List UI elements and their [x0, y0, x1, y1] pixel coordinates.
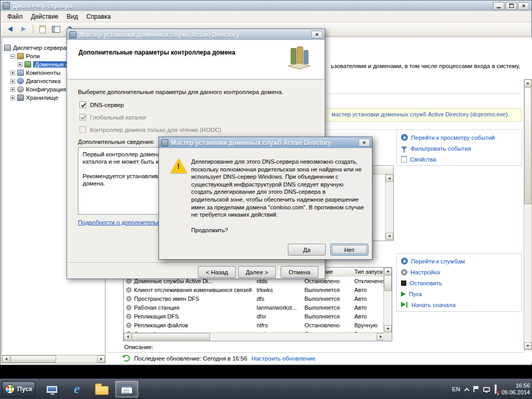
close-icon: ×: [363, 140, 366, 145]
titlebar[interactable]: Диспетчер сервера ×: [1, 1, 531, 11]
scroll-down-button[interactable]: [524, 342, 531, 350]
cancel-button[interactable]: Отмена: [281, 266, 318, 278]
scrollbar-thumb[interactable]: [384, 275, 392, 291]
show-hidden-icons-chevron[interactable]: [464, 388, 469, 393]
action-center-icon[interactable]: [473, 386, 478, 392]
close-icon: ×: [522, 3, 525, 9]
button-separator: [67, 262, 325, 263]
configure-refresh-link[interactable]: Настроить обновление: [251, 355, 315, 362]
service-startup-cell: Авто: [352, 296, 383, 302]
domain-services-icon: [24, 61, 31, 68]
network-icon[interactable]: [483, 387, 490, 392]
service-status-cell: Остановлено: [302, 322, 352, 328]
service-name-cell: Клиент отслеживания изменившихся связей: [124, 287, 255, 293]
checkbox-checked[interactable]: [79, 101, 86, 108]
table-row[interactable]: Рабочая станция lanmanworkst... Выполняе…: [124, 303, 383, 312]
computer-icon: [4, 45, 11, 51]
expand-icon[interactable]: [10, 79, 15, 84]
forward-button[interactable]: [18, 24, 29, 34]
link-properties[interactable]: Свойства: [397, 154, 522, 165]
expand-icon[interactable]: [10, 87, 15, 92]
link-go-to-services[interactable]: Перейти к службам: [397, 256, 522, 267]
menu-view[interactable]: Вид: [62, 12, 82, 21]
no-button[interactable]: Нет: [330, 244, 368, 256]
expand-icon[interactable]: [10, 96, 15, 100]
network-error-icon[interactable]: ×: [495, 385, 497, 393]
link-filter-events[interactable]: Фильтровать события: [397, 143, 522, 154]
wizard-titlebar[interactable]: Мастер установки доменных служб Active D…: [67, 29, 325, 40]
internet-explorer-icon: [74, 381, 80, 397]
restart-icon: [401, 302, 408, 308]
window-title: Диспетчер сервера: [12, 2, 493, 9]
expand-icon[interactable]: [10, 71, 15, 75]
close-button[interactable]: ×: [518, 2, 529, 10]
table-row[interactable]: Репликация файлов ntfrs Остановлено Вруч…: [124, 321, 383, 329]
wizard-title: Мастер установки доменных служб Active D…: [79, 31, 311, 38]
start-button[interactable]: Пуск: [2, 381, 35, 397]
yes-button[interactable]: Да: [288, 244, 326, 256]
taskbar-explorer-button[interactable]: [90, 381, 113, 397]
dns-server-checkbox-row[interactable]: DNS-сервер: [79, 101, 124, 108]
link-stop-service[interactable]: Остановить: [397, 277, 522, 288]
collapse-icon[interactable]: [10, 54, 15, 59]
dcpromo-link[interactable]: мастер установки доменных служб Active D…: [331, 111, 509, 117]
close-button[interactable]: ×: [358, 139, 370, 147]
scroll-up-button[interactable]: [524, 79, 531, 87]
table-row[interactable]: Клиент отслеживания изменившихся связей …: [124, 285, 383, 294]
features-icon: [17, 70, 24, 76]
services-links-group: Перейти к службам Настройка Остановить П…: [396, 254, 522, 312]
cell-text: Репликация DFS: [134, 313, 179, 320]
link-preferences[interactable]: Настройка: [397, 267, 522, 277]
menu-file[interactable]: Файл: [3, 12, 27, 21]
export-list-button[interactable]: [37, 24, 48, 34]
details-vertical-scrollbar[interactable]: [524, 79, 532, 350]
scroll-left-button[interactable]: [124, 333, 131, 340]
column-header-startup[interactable]: Тип запуска: [352, 268, 383, 276]
service-icon: [126, 323, 131, 328]
scroll-down-button[interactable]: [384, 325, 392, 332]
events-scrollbar[interactable]: [385, 175, 393, 241]
scrollbar-thumb[interactable]: [524, 87, 531, 204]
close-button[interactable]: ×: [311, 31, 323, 38]
service-icon: [126, 305, 131, 310]
taskbar-internet-explorer-button[interactable]: [65, 381, 88, 397]
scroll-left-button[interactable]: [2, 355, 10, 363]
message-line: имен за пределами домена "contoso.com". …: [191, 204, 364, 211]
scrollbar-thumb[interactable]: [10, 355, 56, 363]
taskbar: Пуск EN × 16:56 09.06.2014: [0, 378, 532, 399]
menu-help[interactable]: Справка: [82, 12, 115, 21]
back-button[interactable]: [4, 24, 16, 34]
link-restart-service[interactable]: Начать сначала: [397, 299, 522, 310]
show-console-tree-button[interactable]: [50, 24, 62, 34]
link-label: Начать сначала: [411, 302, 456, 308]
expand-icon[interactable]: [18, 62, 22, 67]
link-label: Перейти к просмотру событий: [411, 135, 495, 141]
service-startup-cell: Авто: [352, 304, 383, 311]
taskbar-server-manager-button[interactable]: [41, 381, 63, 397]
back-icon: [8, 26, 12, 32]
scroll-right-button[interactable]: [97, 355, 105, 363]
clock[interactable]: 16:56 09.06.2014: [501, 382, 530, 396]
services-vertical-scrollbar[interactable]: [383, 268, 392, 333]
scrollbar-thumb[interactable]: [132, 333, 210, 340]
back-button[interactable]: < Назад: [198, 266, 236, 278]
table-row[interactable]: Репликация DFS dfsr Выполняется Авто: [124, 312, 383, 321]
link-start-service[interactable]: Пуск: [397, 288, 522, 299]
computer-icon: [46, 385, 58, 393]
message-line: создать делегирование для этого DNS-серв…: [191, 188, 364, 196]
minimize-button[interactable]: [493, 2, 504, 10]
wizard-instruction: Выберите дополнительные параметры для да…: [78, 89, 283, 95]
dialog-titlebar[interactable]: Мастер установки доменных служб Active D…: [159, 137, 372, 148]
scroll-up-button[interactable]: [385, 175, 393, 182]
scroll-up-button[interactable]: [384, 268, 392, 275]
taskbar-wizard-button-active[interactable]: [115, 381, 138, 397]
scroll-down-button[interactable]: [385, 233, 393, 240]
maximize-button[interactable]: [506, 2, 517, 10]
table-row[interactable]: Пространство имен DFS dfs Выполняется Ав…: [124, 294, 383, 303]
next-button[interactable]: Далее >: [238, 266, 276, 278]
tree-horizontal-scrollbar[interactable]: [2, 355, 105, 363]
link-go-to-event-viewer[interactable]: Перейти к просмотру событий: [397, 132, 522, 143]
language-indicator[interactable]: EN: [452, 386, 460, 392]
services-horizontal-scrollbar[interactable]: [124, 332, 384, 341]
menu-action[interactable]: Действие: [27, 12, 63, 21]
